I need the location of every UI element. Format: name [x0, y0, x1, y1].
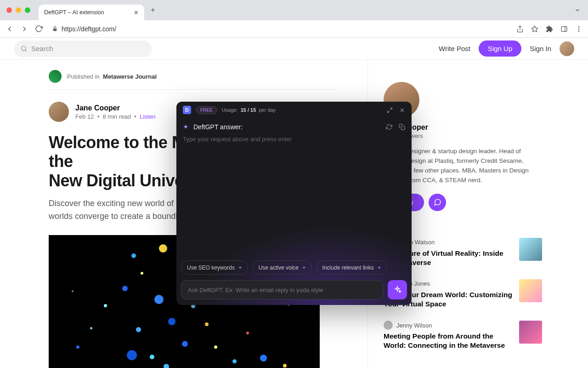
answer-body: Type your request above and press enter — [176, 134, 412, 255]
close-window-button[interactable] — [6, 7, 12, 13]
usage-value: 15 / 15 — [241, 107, 256, 113]
article-meta: Feb 12 • 8 min read • Listen — [75, 113, 156, 120]
svg-rect-0 — [53, 29, 57, 31]
publication-prefix: Published in — [67, 73, 100, 80]
deftgpt-panel: FREE Usage: 15 / 15 per day ✦ DeftGPT an… — [176, 102, 412, 305]
suggestion-chip[interactable]: Use SEO keywords+ — [181, 260, 248, 275]
tab-list-chevron-icon[interactable] — [574, 7, 581, 13]
bookmark-star-icon[interactable] — [531, 25, 538, 33]
deftgpt-answer-header: ✦ DeftGPT answer: — [176, 118, 412, 134]
deftgpt-bottom: Use SEO keywords+ Use active voice+ Incl… — [176, 255, 412, 305]
lock-icon — [52, 26, 58, 32]
search-icon — [20, 45, 28, 52]
browser-tab-strip: DeftGPT – AI extension ✕ + — [0, 0, 588, 20]
site-header: Search Write Post Sign Up Sign In — [0, 38, 588, 60]
related-thumb — [519, 279, 542, 302]
related-thumb — [519, 238, 542, 261]
search-placeholder: Search — [31, 45, 53, 52]
url-text: https://deftgpt.com/ — [62, 25, 116, 33]
minimize-window-button[interactable] — [16, 7, 21, 13]
deftgpt-topbar: FREE Usage: 15 / 15 per day — [176, 102, 412, 118]
back-button[interactable] — [6, 25, 14, 33]
deftgpt-logo-icon — [183, 106, 191, 114]
maximize-window-button[interactable] — [25, 7, 30, 13]
search-input[interactable]: Search — [14, 40, 152, 57]
tab-title: DeftGPT – AI extension — [44, 9, 104, 16]
svg-point-5 — [578, 26, 580, 28]
new-tab-button[interactable]: + — [151, 6, 155, 14]
user-avatar[interactable] — [560, 41, 574, 56]
publish-date: Feb 12 — [75, 113, 94, 120]
suggestion-chip[interactable]: Include relevant links+ — [317, 260, 387, 275]
copy-icon[interactable] — [399, 124, 405, 130]
prompt-input[interactable] — [181, 280, 383, 299]
send-button[interactable] — [388, 280, 407, 299]
related-thumb — [519, 321, 542, 344]
answer-placeholder: Type your request above and press enter — [183, 136, 292, 143]
chrome-toolbar-icons — [516, 25, 582, 33]
publication-avatar[interactable] — [49, 70, 62, 83]
svg-point-7 — [578, 30, 580, 32]
plus-icon: + — [302, 264, 306, 271]
svg-marker-2 — [531, 26, 537, 32]
sparkle-icon: ✦ — [183, 123, 189, 131]
forward-button[interactable] — [20, 25, 28, 33]
author-avatar[interactable] — [49, 102, 69, 122]
address-bar-row: https://deftgpt.com/ — [0, 20, 588, 38]
sign-up-button[interactable]: Sign Up — [479, 40, 521, 57]
plan-badge: FREE — [196, 106, 217, 114]
author-name[interactable]: Jane Cooper — [75, 104, 156, 112]
message-icon — [434, 198, 441, 206]
related-author: Jenny Wilson — [396, 322, 432, 329]
refresh-icon[interactable] — [386, 124, 392, 130]
svg-point-6 — [578, 28, 580, 29]
publication-row: Published in Metawerse Journal — [49, 70, 340, 90]
plus-icon: + — [238, 264, 242, 271]
chrome-menu-icon[interactable] — [575, 25, 582, 33]
side-panel-icon[interactable] — [560, 25, 568, 33]
svg-rect-3 — [561, 26, 567, 31]
avatar — [384, 321, 393, 330]
answer-label: DeftGPT answer: — [193, 123, 243, 131]
extensions-icon[interactable] — [546, 25, 553, 33]
address-bar[interactable]: https://deftgpt.com/ — [49, 25, 510, 33]
close-icon[interactable] — [399, 107, 405, 113]
plus-icon: + — [378, 264, 381, 271]
window-controls — [6, 7, 30, 13]
svg-rect-14 — [401, 126, 405, 130]
browser-tab[interactable]: DeftGPT – AI extension ✕ — [39, 5, 144, 20]
related-title: Meeting People from Around the World: Co… — [384, 332, 513, 350]
suggestion-chip[interactable]: Use active voice+ — [253, 260, 312, 275]
svg-line-11 — [388, 110, 390, 112]
read-time: 8 min read — [102, 113, 130, 120]
close-tab-icon[interactable]: ✕ — [134, 9, 139, 16]
publication-name[interactable]: Metawerse Journal — [103, 73, 157, 80]
sparkle-send-icon — [393, 286, 401, 294]
svg-point-8 — [22, 46, 26, 50]
svg-line-9 — [25, 50, 27, 52]
write-post-link[interactable]: Write Post — [439, 45, 470, 52]
message-button[interactable] — [429, 194, 446, 211]
reload-button[interactable] — [35, 25, 43, 33]
expand-icon[interactable] — [387, 107, 393, 113]
svg-line-10 — [390, 108, 392, 109]
sign-in-link[interactable]: Sign In — [530, 45, 551, 52]
listen-link[interactable]: Listen — [140, 113, 156, 120]
related-item[interactable]: Jenny Wilson Meeting People from Around … — [384, 321, 542, 350]
usage-label: Usage: 15 / 15 per day — [222, 107, 276, 113]
share-icon[interactable] — [516, 25, 524, 33]
